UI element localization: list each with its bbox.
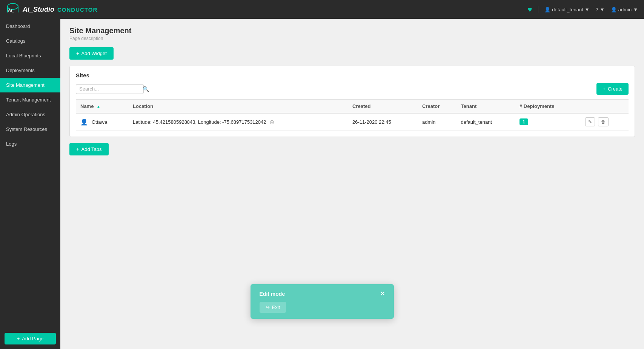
sites-table: Name ▲ Location Created Creator Tenant #… bbox=[76, 99, 629, 131]
col-location: Location bbox=[128, 100, 348, 114]
close-icon: ✕ bbox=[380, 291, 385, 297]
admin-caret: ▼ bbox=[633, 7, 638, 12]
sidebar-item-label: Catalogs bbox=[6, 38, 25, 44]
edit-button[interactable]: ✎ bbox=[585, 117, 595, 126]
sites-widget-title: Sites bbox=[76, 72, 89, 78]
sort-icon: ▲ bbox=[97, 105, 100, 109]
topnav-right: ♥ 👤 default_tenant ▼ ? ▼ 👤 admin ▼ bbox=[527, 5, 638, 14]
cell-location: Latitude: 45.4215805928843, Longitude: -… bbox=[128, 113, 348, 131]
edit-mode-title: Edit mode bbox=[260, 291, 285, 297]
col-tenant: Tenant bbox=[456, 100, 515, 114]
exit-label: Exit bbox=[272, 304, 280, 310]
site-name: Ottawa bbox=[92, 119, 107, 125]
sidebar-item-label: Tenant Management bbox=[6, 97, 51, 103]
tenant-menu[interactable]: 👤 default_tenant ▼ bbox=[544, 7, 589, 12]
add-tabs-label: Add Tabs bbox=[81, 146, 102, 152]
sidebar-item-site-management[interactable]: Site Management bbox=[0, 78, 60, 92]
sidebar-item-local-blueprints[interactable]: Local Blueprints bbox=[0, 48, 60, 63]
create-button[interactable]: + Create bbox=[596, 83, 629, 95]
edit-icon: ✎ bbox=[588, 119, 592, 125]
sites-table-header-row: Name ▲ Location Created Creator Tenant #… bbox=[76, 100, 629, 114]
ai-studio-logo-icon: Ai_ bbox=[6, 3, 20, 16]
add-tabs-button[interactable]: + Add Tabs bbox=[69, 143, 109, 155]
delete-icon: 🗑 bbox=[601, 119, 606, 125]
sites-widget-header: Sites bbox=[76, 72, 629, 78]
search-input[interactable] bbox=[79, 86, 143, 92]
topnav: Ai_ Ai_Studio CONDUCTOR ♥ 👤 default_tena… bbox=[0, 0, 644, 19]
tenant-icon: 👤 bbox=[544, 7, 550, 12]
search-box: 🔍 bbox=[76, 84, 144, 94]
add-tabs-plus-icon: + bbox=[76, 146, 79, 152]
topnav-divider bbox=[538, 6, 538, 13]
location-cell: Latitude: 45.4215805928843, Longitude: -… bbox=[133, 118, 343, 126]
location-text: Latitude: 45.4215805928843, Longitude: -… bbox=[133, 119, 266, 125]
help-label: ? bbox=[596, 7, 598, 12]
sidebar-bottom: + Add Page bbox=[0, 328, 60, 349]
create-label: Create bbox=[608, 86, 622, 92]
sites-toolbar: 🔍 + Create bbox=[76, 83, 629, 95]
add-widget-button[interactable]: + Add Widget bbox=[69, 47, 114, 60]
page-title: Site Management bbox=[69, 26, 635, 35]
name-cell: 👤 Ottawa bbox=[80, 118, 124, 126]
help-caret: ▼ bbox=[600, 7, 605, 12]
sidebar-item-label: Site Management bbox=[6, 82, 45, 88]
add-page-plus-icon: + bbox=[17, 336, 20, 341]
sidebar-item-deployments[interactable]: Deployments bbox=[0, 63, 60, 78]
sidebar-item-label: Deployments bbox=[6, 68, 35, 73]
sidebar-item-label: System Resources bbox=[6, 126, 47, 132]
conductor-label: CONDUCTOR bbox=[57, 6, 97, 13]
logo-text: Ai_Studio bbox=[23, 6, 54, 14]
sites-table-body: 👤 Ottawa Latitude: 45.4215805928843, Lon… bbox=[76, 113, 629, 131]
sidebar-item-label: Dashboard bbox=[6, 23, 30, 29]
sidebar-item-label: Logs bbox=[6, 141, 17, 147]
sidebar-item-admin-operations[interactable]: Admin Operations bbox=[0, 107, 60, 122]
map-pin-icon: ⊕ bbox=[269, 118, 274, 126]
sidebar-item-label: Admin Operations bbox=[6, 112, 45, 117]
sites-widget: Sites 🔍 + Create Name bbox=[69, 66, 635, 137]
sidebar-item-logs[interactable]: Logs bbox=[0, 137, 60, 151]
col-created: Created bbox=[348, 100, 418, 114]
add-widget-plus-icon: + bbox=[76, 51, 79, 56]
admin-label: admin bbox=[618, 7, 632, 12]
svg-text:Ai_: Ai_ bbox=[8, 8, 14, 12]
delete-button[interactable]: 🗑 bbox=[598, 117, 609, 126]
cell-created: 26-11-2020 22:45 bbox=[348, 113, 418, 131]
sidebar-item-dashboard[interactable]: Dashboard bbox=[0, 19, 60, 34]
page-description: Page description bbox=[69, 36, 635, 41]
sidebar-item-label: Local Blueprints bbox=[6, 53, 41, 58]
tenant-caret: ▼ bbox=[585, 7, 590, 12]
cell-name: 👤 Ottawa bbox=[76, 113, 128, 131]
heart-icon: ♥ bbox=[527, 5, 532, 14]
col-deployments: # Deployments bbox=[515, 100, 579, 114]
tenant-label: default_tenant bbox=[552, 7, 583, 12]
sidebar-item-system-resources[interactable]: System Resources bbox=[0, 122, 60, 137]
col-creator: Creator bbox=[418, 100, 456, 114]
admin-user-icon: 👤 bbox=[611, 7, 617, 12]
logo: Ai_ Ai_Studio CONDUCTOR bbox=[6, 3, 97, 16]
sidebar-item-tenant-management[interactable]: Tenant Management bbox=[0, 92, 60, 107]
edit-mode-close-button[interactable]: ✕ bbox=[380, 290, 385, 297]
sidebar-item-catalogs[interactable]: Catalogs bbox=[0, 34, 60, 48]
create-plus-icon: + bbox=[603, 86, 606, 92]
cell-tenant: default_tenant bbox=[456, 113, 515, 131]
table-row: 👤 Ottawa Latitude: 45.4215805928843, Lon… bbox=[76, 113, 629, 131]
add-page-label: Add Page bbox=[22, 336, 43, 341]
admin-menu[interactable]: 👤 admin ▼ bbox=[611, 7, 638, 12]
help-menu[interactable]: ? ▼ bbox=[596, 7, 605, 12]
deployments-badge: 1 bbox=[520, 118, 528, 125]
search-icon-button[interactable]: 🔍 bbox=[143, 86, 149, 92]
sites-table-header: Name ▲ Location Created Creator Tenant #… bbox=[76, 100, 629, 114]
cell-actions: ✎ 🗑 bbox=[579, 113, 629, 131]
cell-creator: admin bbox=[418, 113, 456, 131]
edit-mode-box: Edit mode ✕ ↪ Exit bbox=[251, 284, 394, 319]
exit-button[interactable]: ↪ Exit bbox=[260, 302, 286, 313]
person-icon: 👤 bbox=[80, 118, 88, 126]
col-actions bbox=[579, 100, 629, 114]
search-icon: 🔍 bbox=[143, 86, 149, 92]
sidebar: Dashboard Catalogs Local Blueprints Depl… bbox=[0, 19, 60, 349]
cell-deployments: 1 bbox=[515, 113, 579, 131]
add-page-button[interactable]: + Add Page bbox=[5, 333, 56, 344]
edit-mode-overlay: Edit mode ✕ ↪ Exit bbox=[251, 284, 394, 319]
add-widget-label: Add Widget bbox=[81, 51, 107, 56]
exit-icon: ↪ bbox=[266, 304, 270, 310]
